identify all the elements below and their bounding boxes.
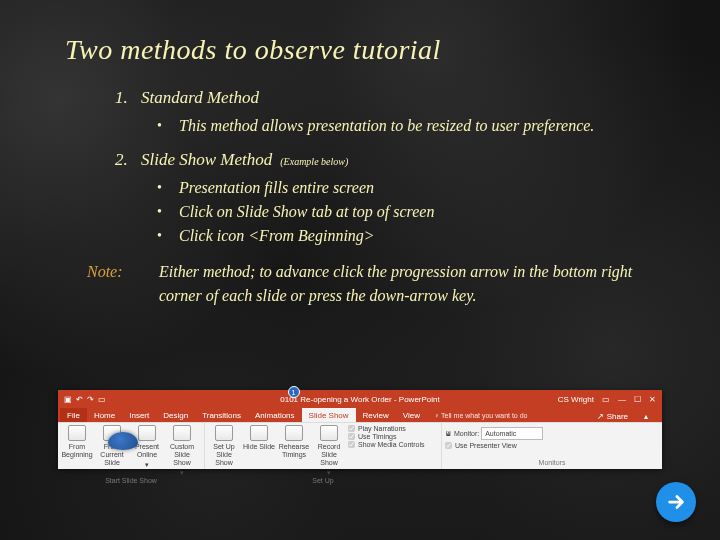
- custom-show-icon: [173, 425, 191, 441]
- method-1-bullets: This method allows presentation to be re…: [157, 114, 665, 138]
- ribbon-titlebar: ▣ ↶ ↷ ▭ 0101 Re-opening a Work Order - P…: [58, 390, 662, 408]
- setup-checks: Play Narrations Use Timings Show Media C…: [348, 425, 425, 448]
- check-media-controls: Show Media Controls: [348, 441, 425, 448]
- hide-slide-icon: [250, 425, 268, 441]
- btn-custom-show: Custom Slide Show ▾: [166, 425, 198, 477]
- setup-show-icon: [215, 425, 233, 441]
- redo-icon: ↷: [87, 395, 94, 404]
- btn-hide-slide: Hide Slide: [243, 425, 275, 451]
- group-label-start: Start Slide Show: [61, 477, 201, 486]
- method-2-example-note: (Example below): [280, 156, 348, 167]
- group-label-setup: Set Up: [208, 477, 438, 486]
- ink-annotation: [108, 432, 138, 450]
- document-title: 0101 Re-opening a Work Order - PowerPoin…: [280, 395, 440, 404]
- slideshow-icon: ▭: [98, 395, 106, 404]
- ribbon-options-icon: ▭: [602, 395, 610, 404]
- btn-setup-show: Set Up Slide Show: [208, 425, 240, 467]
- method-2-number: 2.: [115, 150, 137, 170]
- monitor-icon: 🖥: [445, 430, 452, 437]
- note-text: Either method; to advance click the prog…: [159, 260, 665, 308]
- btn-rehearse: Rehearse Timings: [278, 425, 310, 459]
- tab-transitions: Transitions: [195, 408, 248, 422]
- tab-insert: Insert: [122, 408, 156, 422]
- method-2-bullet-3: Click icon <From Beginning>: [157, 224, 665, 248]
- monitor-dropdown: Automatic: [481, 427, 543, 440]
- monitor-label: Monitor:: [454, 430, 479, 437]
- btn-from-beginning: From Beginning: [61, 425, 93, 459]
- next-slide-button[interactable]: [656, 482, 696, 522]
- save-icon: ▣: [64, 395, 72, 404]
- check-use-timings: Use Timings: [348, 433, 425, 440]
- method-1-name: Standard Method: [141, 88, 259, 107]
- btn-present-online: Present Online ▾: [131, 425, 163, 469]
- tutorial-slide: Two methods to observe tutorial 1. Stand…: [0, 0, 720, 540]
- maximize-icon: ☐: [634, 395, 641, 404]
- note-label: Note:: [87, 260, 159, 308]
- present-online-icon: [138, 425, 156, 441]
- rehearse-icon: [285, 425, 303, 441]
- check-presenter-view: Use Presenter View: [445, 442, 517, 449]
- monitor-row: 🖥 Monitor: Automatic: [445, 427, 543, 440]
- ribbon-tabs: File Home Insert Design Transitions Anim…: [58, 408, 662, 422]
- method-2-bullet-1: Presentation fills entire screen: [157, 176, 665, 200]
- method-1: 1. Standard Method This method allows pr…: [115, 88, 665, 138]
- check-play-narrations: Play Narrations: [348, 425, 425, 432]
- arrow-right-icon: [665, 491, 687, 513]
- share-button: ↗ Share: [590, 409, 635, 422]
- close-icon: ✕: [649, 395, 656, 404]
- slide-title: Two methods to observe tutorial: [65, 34, 665, 66]
- tab-home: Home: [87, 408, 122, 422]
- tab-review: Review: [356, 408, 396, 422]
- tab-slide-show: Slide Show: [302, 408, 356, 422]
- user-name: CS Wright: [558, 395, 594, 404]
- tell-me: ♀ Tell me what you want to do: [427, 408, 534, 422]
- collapse-ribbon-icon: ▴: [637, 409, 655, 422]
- ribbon-body: From Beginning From Current Slide Presen…: [58, 422, 662, 469]
- note-row: Note: Either method; to advance click th…: [87, 260, 665, 308]
- record-icon: [320, 425, 338, 441]
- method-2-bullets: Presentation fills entire screen Click o…: [157, 176, 665, 248]
- group-monitors: 🖥 Monitor: Automatic Use Presenter View …: [442, 423, 662, 469]
- tab-design: Design: [156, 408, 195, 422]
- tab-view: View: [396, 408, 427, 422]
- method-1-number: 1.: [115, 88, 137, 108]
- quick-access-toolbar: ▣ ↶ ↷ ▭: [64, 395, 106, 404]
- method-2: 2. Slide Show Method (Example below) Pre…: [115, 150, 665, 248]
- group-label-monitors: Monitors: [445, 459, 659, 468]
- methods-list: 1. Standard Method This method allows pr…: [115, 88, 665, 248]
- callout-bubble-1: 1: [288, 386, 300, 398]
- minimize-icon: —: [618, 395, 626, 404]
- method-2-name: Slide Show Method: [141, 150, 272, 169]
- powerpoint-ribbon: 1 ▣ ↶ ↷ ▭ 0101 Re-opening a Work Order -…: [58, 390, 662, 468]
- from-beginning-icon: [68, 425, 86, 441]
- method-1-bullet-1: This method allows presentation to be re…: [157, 114, 665, 138]
- group-set-up: Set Up Slide Show Hide Slide Rehearse Ti…: [205, 423, 442, 469]
- undo-icon: ↶: [76, 395, 83, 404]
- method-2-bullet-2: Click on Slide Show tab at top of screen: [157, 200, 665, 224]
- tab-file: File: [60, 408, 87, 422]
- btn-record: Record Slide Show ▾: [313, 425, 345, 477]
- tab-animations: Animations: [248, 408, 302, 422]
